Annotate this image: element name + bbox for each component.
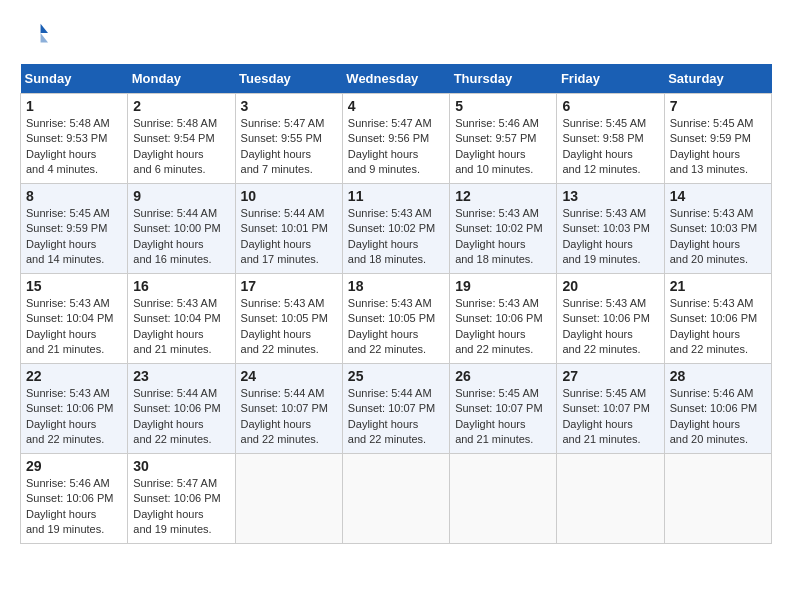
day-number: 14 xyxy=(670,188,766,204)
day-number: 13 xyxy=(562,188,658,204)
day-info: Sunrise: 5:48 AMSunset: 9:53 PMDaylight … xyxy=(26,116,122,178)
calendar-day-11: 11Sunrise: 5:43 AMSunset: 10:02 PMDaylig… xyxy=(342,184,449,274)
day-header-saturday: Saturday xyxy=(664,64,771,94)
calendar-week-4: 22Sunrise: 5:43 AMSunset: 10:06 PMDaylig… xyxy=(21,364,772,454)
calendar-header-row: SundayMondayTuesdayWednesdayThursdayFrid… xyxy=(21,64,772,94)
day-info: Sunrise: 5:43 AMSunset: 10:03 PMDaylight… xyxy=(670,206,766,268)
calendar-day-6: 6Sunrise: 5:45 AMSunset: 9:58 PMDaylight… xyxy=(557,94,664,184)
day-info: Sunrise: 5:43 AMSunset: 10:03 PMDaylight… xyxy=(562,206,658,268)
day-header-sunday: Sunday xyxy=(21,64,128,94)
day-header-thursday: Thursday xyxy=(450,64,557,94)
calendar-day-30: 30Sunrise: 5:47 AMSunset: 10:06 PMDaylig… xyxy=(128,454,235,544)
calendar-day-15: 15Sunrise: 5:43 AMSunset: 10:04 PMDaylig… xyxy=(21,274,128,364)
calendar-day-18: 18Sunrise: 5:43 AMSunset: 10:05 PMDaylig… xyxy=(342,274,449,364)
calendar-day-21: 21Sunrise: 5:43 AMSunset: 10:06 PMDaylig… xyxy=(664,274,771,364)
day-number: 24 xyxy=(241,368,337,384)
logo xyxy=(20,20,52,48)
calendar-day-empty xyxy=(557,454,664,544)
day-info: Sunrise: 5:44 AMSunset: 10:06 PMDaylight… xyxy=(133,386,229,448)
day-info: Sunrise: 5:43 AMSunset: 10:02 PMDaylight… xyxy=(348,206,444,268)
calendar-day-7: 7Sunrise: 5:45 AMSunset: 9:59 PMDaylight… xyxy=(664,94,771,184)
day-info: Sunrise: 5:43 AMSunset: 10:06 PMDaylight… xyxy=(562,296,658,358)
day-number: 18 xyxy=(348,278,444,294)
calendar-day-19: 19Sunrise: 5:43 AMSunset: 10:06 PMDaylig… xyxy=(450,274,557,364)
day-info: Sunrise: 5:45 AMSunset: 9:59 PMDaylight … xyxy=(26,206,122,268)
calendar-week-1: 1Sunrise: 5:48 AMSunset: 9:53 PMDaylight… xyxy=(21,94,772,184)
day-info: Sunrise: 5:47 AMSunset: 10:06 PMDaylight… xyxy=(133,476,229,538)
calendar-day-29: 29Sunrise: 5:46 AMSunset: 10:06 PMDaylig… xyxy=(21,454,128,544)
svg-marker-0 xyxy=(41,24,48,33)
day-number: 1 xyxy=(26,98,122,114)
calendar-week-2: 8Sunrise: 5:45 AMSunset: 9:59 PMDaylight… xyxy=(21,184,772,274)
day-header-wednesday: Wednesday xyxy=(342,64,449,94)
logo-icon xyxy=(20,20,48,48)
day-number: 5 xyxy=(455,98,551,114)
day-info: Sunrise: 5:45 AMSunset: 9:59 PMDaylight … xyxy=(670,116,766,178)
calendar-day-empty xyxy=(342,454,449,544)
day-info: Sunrise: 5:46 AMSunset: 10:06 PMDaylight… xyxy=(26,476,122,538)
day-number: 12 xyxy=(455,188,551,204)
calendar-day-25: 25Sunrise: 5:44 AMSunset: 10:07 PMDaylig… xyxy=(342,364,449,454)
page-header xyxy=(20,20,772,48)
calendar-day-20: 20Sunrise: 5:43 AMSunset: 10:06 PMDaylig… xyxy=(557,274,664,364)
day-number: 25 xyxy=(348,368,444,384)
day-info: Sunrise: 5:44 AMSunset: 10:00 PMDaylight… xyxy=(133,206,229,268)
day-info: Sunrise: 5:48 AMSunset: 9:54 PMDaylight … xyxy=(133,116,229,178)
calendar-day-24: 24Sunrise: 5:44 AMSunset: 10:07 PMDaylig… xyxy=(235,364,342,454)
day-info: Sunrise: 5:43 AMSunset: 10:02 PMDaylight… xyxy=(455,206,551,268)
day-info: Sunrise: 5:43 AMSunset: 10:05 PMDaylight… xyxy=(348,296,444,358)
calendar-day-5: 5Sunrise: 5:46 AMSunset: 9:57 PMDaylight… xyxy=(450,94,557,184)
day-number: 8 xyxy=(26,188,122,204)
day-number: 19 xyxy=(455,278,551,294)
day-number: 2 xyxy=(133,98,229,114)
day-number: 29 xyxy=(26,458,122,474)
day-number: 28 xyxy=(670,368,766,384)
calendar-day-empty xyxy=(664,454,771,544)
day-info: Sunrise: 5:47 AMSunset: 9:56 PMDaylight … xyxy=(348,116,444,178)
calendar-day-28: 28Sunrise: 5:46 AMSunset: 10:06 PMDaylig… xyxy=(664,364,771,454)
day-info: Sunrise: 5:43 AMSunset: 10:04 PMDaylight… xyxy=(26,296,122,358)
day-number: 4 xyxy=(348,98,444,114)
day-info: Sunrise: 5:43 AMSunset: 10:06 PMDaylight… xyxy=(670,296,766,358)
day-info: Sunrise: 5:43 AMSunset: 10:05 PMDaylight… xyxy=(241,296,337,358)
calendar-day-10: 10Sunrise: 5:44 AMSunset: 10:01 PMDaylig… xyxy=(235,184,342,274)
day-info: Sunrise: 5:43 AMSunset: 10:04 PMDaylight… xyxy=(133,296,229,358)
day-number: 9 xyxy=(133,188,229,204)
day-header-friday: Friday xyxy=(557,64,664,94)
calendar-table: SundayMondayTuesdayWednesdayThursdayFrid… xyxy=(20,64,772,544)
calendar-week-3: 15Sunrise: 5:43 AMSunset: 10:04 PMDaylig… xyxy=(21,274,772,364)
calendar-day-9: 9Sunrise: 5:44 AMSunset: 10:00 PMDayligh… xyxy=(128,184,235,274)
calendar-day-2: 2Sunrise: 5:48 AMSunset: 9:54 PMDaylight… xyxy=(128,94,235,184)
day-info: Sunrise: 5:45 AMSunset: 10:07 PMDaylight… xyxy=(562,386,658,448)
day-info: Sunrise: 5:44 AMSunset: 10:07 PMDaylight… xyxy=(348,386,444,448)
svg-marker-1 xyxy=(41,33,48,42)
calendar-day-22: 22Sunrise: 5:43 AMSunset: 10:06 PMDaylig… xyxy=(21,364,128,454)
day-number: 27 xyxy=(562,368,658,384)
day-info: Sunrise: 5:44 AMSunset: 10:07 PMDaylight… xyxy=(241,386,337,448)
calendar-day-17: 17Sunrise: 5:43 AMSunset: 10:05 PMDaylig… xyxy=(235,274,342,364)
calendar-day-empty xyxy=(450,454,557,544)
day-number: 17 xyxy=(241,278,337,294)
calendar-day-14: 14Sunrise: 5:43 AMSunset: 10:03 PMDaylig… xyxy=(664,184,771,274)
day-number: 23 xyxy=(133,368,229,384)
calendar-week-5: 29Sunrise: 5:46 AMSunset: 10:06 PMDaylig… xyxy=(21,454,772,544)
calendar-day-12: 12Sunrise: 5:43 AMSunset: 10:02 PMDaylig… xyxy=(450,184,557,274)
day-number: 22 xyxy=(26,368,122,384)
calendar-day-16: 16Sunrise: 5:43 AMSunset: 10:04 PMDaylig… xyxy=(128,274,235,364)
day-info: Sunrise: 5:43 AMSunset: 10:06 PMDaylight… xyxy=(26,386,122,448)
day-number: 7 xyxy=(670,98,766,114)
calendar-day-13: 13Sunrise: 5:43 AMSunset: 10:03 PMDaylig… xyxy=(557,184,664,274)
day-number: 15 xyxy=(26,278,122,294)
calendar-day-4: 4Sunrise: 5:47 AMSunset: 9:56 PMDaylight… xyxy=(342,94,449,184)
day-number: 30 xyxy=(133,458,229,474)
day-number: 20 xyxy=(562,278,658,294)
day-number: 26 xyxy=(455,368,551,384)
calendar-day-1: 1Sunrise: 5:48 AMSunset: 9:53 PMDaylight… xyxy=(21,94,128,184)
day-header-tuesday: Tuesday xyxy=(235,64,342,94)
day-number: 3 xyxy=(241,98,337,114)
calendar-day-27: 27Sunrise: 5:45 AMSunset: 10:07 PMDaylig… xyxy=(557,364,664,454)
day-info: Sunrise: 5:46 AMSunset: 10:06 PMDaylight… xyxy=(670,386,766,448)
day-info: Sunrise: 5:45 AMSunset: 9:58 PMDaylight … xyxy=(562,116,658,178)
day-info: Sunrise: 5:43 AMSunset: 10:06 PMDaylight… xyxy=(455,296,551,358)
calendar-day-23: 23Sunrise: 5:44 AMSunset: 10:06 PMDaylig… xyxy=(128,364,235,454)
